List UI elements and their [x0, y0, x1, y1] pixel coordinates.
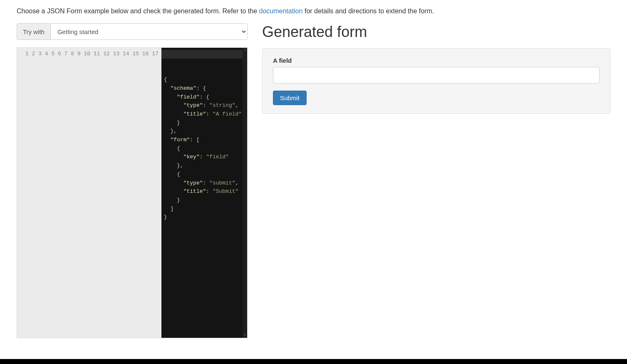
submit-button[interactable]: Submit [273, 91, 307, 105]
code-line[interactable]: "schema": { [164, 84, 245, 93]
code-line[interactable]: "type": "string", [164, 101, 245, 110]
code-line[interactable]: }, [164, 127, 245, 136]
example-select[interactable]: Getting started [50, 23, 248, 40]
code-line[interactable]: } [164, 213, 245, 222]
left-column: Try with Getting started 1 2 3 4 5 6 7 8… [17, 23, 248, 338]
code-line[interactable]: { [164, 76, 245, 84]
intro-after: for details and directions to extend the… [302, 7, 434, 15]
try-with-label: Try with [17, 23, 50, 40]
generated-form-heading: Generated form [262, 23, 610, 41]
code-line[interactable]: } [164, 119, 245, 128]
code-line[interactable]: "type": "submit", [164, 179, 245, 188]
generated-form-panel: A field Submit [262, 48, 610, 114]
scroll-up-icon[interactable]: ▴ [243, 48, 247, 52]
intro-before: Choose a JSON Form example below and che… [17, 7, 259, 15]
editor-gutter: 1 2 3 4 5 6 7 8 9 10 11 12 13 14 15 16 1… [17, 48, 161, 338]
code-line[interactable]: { [164, 145, 245, 153]
code-editor[interactable]: 1 2 3 4 5 6 7 8 9 10 11 12 13 14 15 16 1… [17, 47, 248, 338]
code-line[interactable]: "key": "field" [164, 153, 245, 162]
example-selector-group: Try with Getting started [17, 23, 248, 40]
right-column: Generated form A field Submit [262, 23, 610, 338]
code-line[interactable]: "title": "A field" [164, 110, 245, 119]
code-line[interactable]: { [164, 170, 245, 179]
code-line[interactable]: "field": { [164, 93, 245, 102]
editor-code-area[interactable]: { "schema": { "field": { "type": "string… [161, 48, 247, 338]
active-line-highlight [161, 50, 247, 59]
documentation-link[interactable]: documentation [259, 7, 303, 15]
scroll-down-icon[interactable]: ▾ [243, 333, 247, 338]
field-input[interactable] [273, 67, 600, 84]
code-line[interactable]: "title": "Submit" [164, 187, 245, 196]
code-line[interactable]: "form": [ [164, 136, 245, 145]
intro-text: Choose a JSON Form example below and che… [17, 7, 610, 15]
field-label: A field [273, 57, 600, 64]
field-group: A field [273, 57, 600, 84]
code-line[interactable]: }, [164, 162, 245, 170]
code-line[interactable]: } [164, 196, 245, 205]
code-line[interactable]: ] [164, 205, 245, 214]
